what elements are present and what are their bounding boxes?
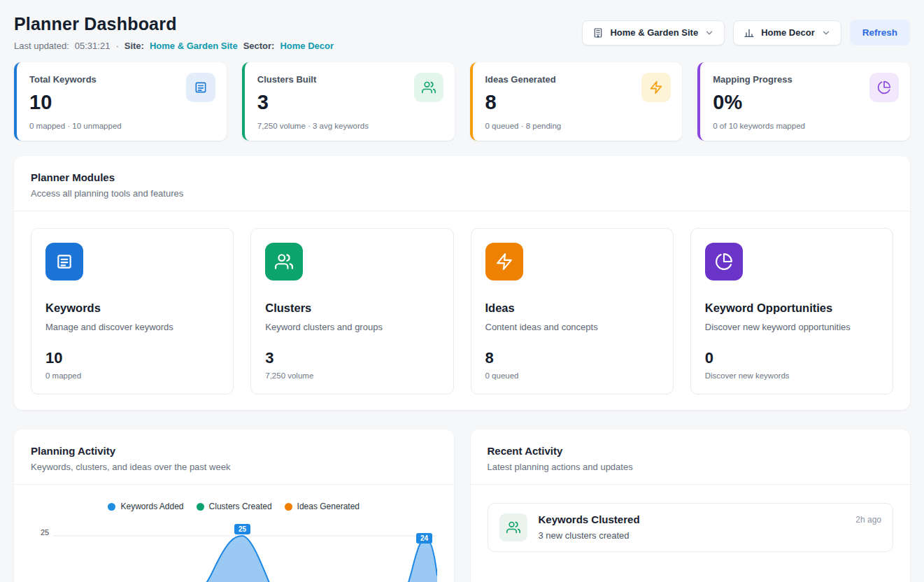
module-value: 10 xyxy=(45,349,219,367)
stat-subtext: 0 of 10 keywords mapped xyxy=(713,122,897,130)
divider xyxy=(14,211,910,211)
planning-activity-panel: Planning Activity Keywords, clusters, an… xyxy=(14,430,454,582)
recent-activity-panel: Recent Activity Latest planning actions … xyxy=(471,430,911,582)
data-label-badge: 25 xyxy=(234,524,250,534)
keywords-added-area xyxy=(53,536,437,582)
pie-chart-icon xyxy=(705,243,743,281)
planner-dashboard-page: Planner Dashboard Last updated: 05:31:21… xyxy=(0,0,924,582)
module-title: Keyword Opportunities xyxy=(705,301,879,315)
recent-activity-title: Recent Activity xyxy=(488,445,894,457)
page-title: Planner Dashboard xyxy=(14,14,334,34)
legend-item-clusters-created[interactable]: Clusters Created xyxy=(197,502,272,511)
stat-subtext: 7,250 volume · 3 avg keywords xyxy=(257,122,442,130)
modules-grid: Keywords Manage and discover keywords 10… xyxy=(31,228,893,395)
chart-legend: Keywords Added Clusters Created Ideas Ge… xyxy=(31,502,437,511)
module-subtext: 0 queued xyxy=(485,371,659,380)
y-axis-tick: 25 xyxy=(41,528,49,537)
stat-subtext: 0 mapped · 10 unmapped xyxy=(29,122,214,130)
module-title: Ideas xyxy=(485,301,659,315)
last-updated-value: 05:31:21 xyxy=(75,41,111,51)
module-card-clusters[interactable]: Clusters Keyword clusters and groups 3 7… xyxy=(250,228,453,395)
bottom-row: Planning Activity Keywords, clusters, an… xyxy=(14,430,910,582)
planning-activity-subtitle: Keywords, clusters, and ideas over the p… xyxy=(31,462,437,472)
chevron-down-icon xyxy=(821,28,831,38)
legend-label: Keywords Added xyxy=(120,502,183,511)
legend-item-ideas-generated[interactable]: Ideas Generated xyxy=(285,502,360,511)
divider xyxy=(14,484,454,485)
planner-modules-panel: Planner Modules Access all planning tool… xyxy=(14,156,910,410)
stat-card-clusters-built: Clusters Built 3 7,250 volume · 3 avg ke… xyxy=(242,62,455,141)
building-icon xyxy=(592,27,604,38)
stat-cards-row: Total Keywords 10 0 mapped · 10 unmapped… xyxy=(14,62,910,141)
module-subtext: 0 mapped xyxy=(45,371,219,380)
header-meta: Last updated: 05:31:21 · Site: Home & Ga… xyxy=(14,41,334,51)
activity-item-timestamp: 2h ago xyxy=(855,513,881,525)
document-lines-icon xyxy=(45,243,83,281)
recent-activity-subtitle: Latest planning actions and updates xyxy=(488,462,894,472)
users-icon xyxy=(414,73,443,102)
stat-card-total-keywords: Total Keywords 10 0 mapped · 10 unmapped xyxy=(14,62,227,141)
activity-item-keywords-clustered: Keywords Clustered 3 new clusters create… xyxy=(488,503,894,552)
module-title: Keywords xyxy=(45,301,219,315)
sector-selector-label: Home Decor xyxy=(761,27,815,38)
planning-activity-title: Planning Activity xyxy=(31,445,437,457)
users-icon xyxy=(499,513,527,541)
module-description: Discover new keyword opportunities xyxy=(705,322,879,332)
page-header: Planner Dashboard Last updated: 05:31:21… xyxy=(14,14,910,51)
module-card-ideas[interactable]: Ideas Content ideas and concepts 8 0 que… xyxy=(471,228,674,395)
data-label-badge: 24 xyxy=(416,533,432,544)
modules-subtitle: Access all planning tools and features xyxy=(31,188,893,199)
sector-selector-dropdown[interactable]: Home Decor xyxy=(733,20,841,45)
document-lines-icon xyxy=(186,73,215,102)
module-title: Clusters xyxy=(265,301,439,315)
module-value: 3 xyxy=(265,349,439,367)
meta-separator: · xyxy=(115,41,118,51)
divider xyxy=(471,484,911,485)
bar-chart-icon xyxy=(744,27,755,38)
module-description: Keyword clusters and groups xyxy=(265,322,439,332)
planning-activity-chart: 25 25 24 xyxy=(31,520,437,582)
site-label: Site: xyxy=(125,41,144,51)
site-link[interactable]: Home & Garden Site xyxy=(150,41,238,51)
module-description: Manage and discover keywords xyxy=(45,322,219,332)
header-controls: Home & Garden Site Home Decor Refresh xyxy=(582,20,910,45)
module-description: Content ideas and concepts xyxy=(485,322,659,332)
module-subtext: Discover new keywords xyxy=(705,371,879,380)
stat-card-mapping-progress: Mapping Progress 0% 0 of 10 keywords map… xyxy=(697,62,910,141)
stat-card-ideas-generated: Ideas Generated 8 0 queued · 8 pending xyxy=(470,62,683,141)
module-subtext: 7,250 volume xyxy=(265,371,439,380)
activity-item-title: Keywords Clustered xyxy=(539,513,640,525)
sector-link[interactable]: Home Decor xyxy=(280,41,334,51)
legend-label: Ideas Generated xyxy=(297,502,360,511)
header-left: Planner Dashboard Last updated: 05:31:21… xyxy=(14,14,334,51)
module-card-keywords[interactable]: Keywords Manage and discover keywords 10… xyxy=(31,228,234,395)
module-card-keyword-opportunities[interactable]: Keyword Opportunities Discover new keywo… xyxy=(690,228,893,395)
legend-dot xyxy=(108,503,115,511)
site-selector-dropdown[interactable]: Home & Garden Site xyxy=(582,20,725,45)
activity-item-description: 3 new clusters created xyxy=(539,530,640,541)
stat-subtext: 0 queued · 8 pending xyxy=(485,122,670,130)
legend-dot xyxy=(197,503,204,511)
last-updated-label: Last updated: xyxy=(14,41,69,51)
sector-label: Sector: xyxy=(243,41,275,51)
lightning-icon xyxy=(485,243,523,281)
site-selector-label: Home & Garden Site xyxy=(610,27,698,38)
legend-dot xyxy=(285,503,292,511)
lightning-icon xyxy=(641,73,671,102)
activity-item-text: Keywords Clustered 3 new clusters create… xyxy=(539,513,640,541)
module-value: 8 xyxy=(485,349,659,367)
pie-chart-icon xyxy=(869,73,899,102)
users-icon xyxy=(265,243,303,281)
modules-title: Planner Modules xyxy=(31,171,893,183)
module-value: 0 xyxy=(705,349,879,367)
legend-label: Clusters Created xyxy=(209,502,272,511)
refresh-button[interactable]: Refresh xyxy=(850,20,910,45)
chevron-down-icon xyxy=(704,28,714,38)
legend-item-keywords-added[interactable]: Keywords Added xyxy=(108,502,183,511)
